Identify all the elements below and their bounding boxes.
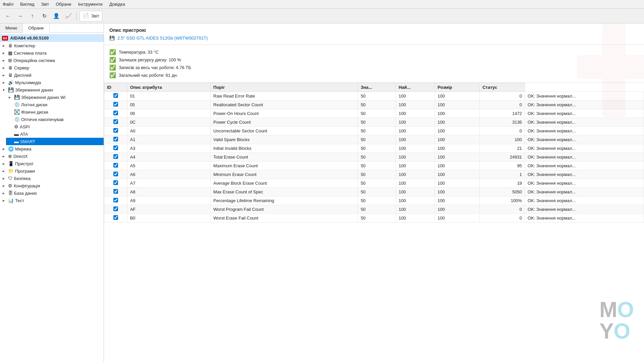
- cell-threshold: 50: [358, 92, 396, 101]
- chevron-right-icon: ►: [2, 155, 7, 158]
- sidebar-item-display[interactable]: ► 🖥 Дисплей: [0, 71, 104, 79]
- table-row[interactable]: AFWorst Program Fail Count501001000OK: З…: [104, 205, 644, 214]
- sidebar-item-devices[interactable]: ► 📱 Пристрої: [0, 160, 104, 167]
- sidebar-item-server[interactable]: ► 🖥 Сервер: [0, 64, 104, 71]
- cell-threshold: 50: [358, 179, 396, 188]
- report-button[interactable]: 📄 Звіт: [79, 11, 102, 21]
- row-checkbox[interactable]: [113, 111, 118, 115]
- row-checkbox[interactable]: [113, 102, 118, 107]
- menu-tools[interactable]: Інструменти: [78, 2, 103, 7]
- table-row[interactable]: A7Average Block Erase Count5010010019OK:…: [104, 179, 644, 188]
- cell-desc: Worst Program Fail Count: [211, 205, 358, 214]
- table-row[interactable]: 0CPower Cycle Count501001003136OK: Значе…: [104, 118, 644, 127]
- refresh-button[interactable]: ↻: [39, 11, 50, 21]
- chart-button[interactable]: 📈: [63, 11, 74, 21]
- disk-icon: 💾: [109, 36, 115, 41]
- storage-icon: 💾: [8, 87, 14, 93]
- table-row[interactable]: 09Power-On Hours Count501001001472OK: Зн…: [104, 109, 644, 118]
- sidebar-item-physical[interactable]: ► 💽 Фізичні диски: [6, 108, 104, 116]
- status-resource-text: Залишок ресурсу диску: 100 %: [119, 57, 181, 62]
- sidebar-item-storage-wi[interactable]: ► 💾 Збереження даних Wi: [6, 94, 104, 101]
- cell-threshold: 50: [358, 153, 396, 162]
- tree-root: 64 AIDA64 v6.00.5100 ► 🖥 Комп'ютер ► ▦ С…: [0, 33, 104, 205]
- row-checkbox[interactable]: [113, 163, 118, 168]
- row-checkbox[interactable]: [113, 172, 118, 176]
- table-row[interactable]: A4Total Erase Count5010010024931OK: Знач…: [104, 153, 644, 162]
- user-button[interactable]: 👤: [51, 11, 62, 21]
- tab-menu[interactable]: Меню: [0, 23, 23, 33]
- sidebar-item-aspi[interactable]: ► ⚙ ASPI: [6, 123, 104, 130]
- sidebar-item-smart[interactable]: ► ▬ SMART: [6, 138, 104, 145]
- row-checkbox[interactable]: [113, 154, 118, 159]
- sidebar-item-storage[interactable]: ▼ 💾 Збереження даних: [0, 86, 104, 94]
- menu-file[interactable]: Файл: [3, 2, 13, 7]
- back-button[interactable]: ←: [3, 11, 13, 21]
- programs-icon: 📁: [8, 168, 14, 174]
- sidebar-item-directx[interactable]: ► ⊗ DirectX: [0, 153, 104, 160]
- security-label: Безпека: [14, 176, 31, 181]
- sidebar-item-logical[interactable]: ► 💿 Логічні диски: [6, 101, 104, 108]
- cell-raw: 0: [480, 214, 525, 223]
- row-checkbox[interactable]: [113, 198, 118, 202]
- row-checkbox[interactable]: [113, 119, 118, 124]
- cell-worst: 100: [435, 118, 480, 127]
- sidebar-item-os[interactable]: ► ⊞ Операційна система: [0, 57, 104, 64]
- table-row[interactable]: A9Percentage Lifetime Remaining501001001…: [104, 196, 644, 205]
- cell-worst: 100: [435, 92, 480, 101]
- table-row[interactable]: 05Reallocated Sector Count501001000OK: З…: [104, 101, 644, 109]
- table-row[interactable]: A0Uncorrectable Sector Count501001000OK:…: [104, 127, 644, 135]
- cell-id: A8: [127, 188, 210, 196]
- cell-worst: 100: [435, 170, 480, 179]
- menu-help[interactable]: Довідка: [109, 2, 125, 7]
- row-checkbox[interactable]: [113, 215, 118, 220]
- table-row[interactable]: A5Maximum Erase Count5010010095OK: Значе…: [104, 162, 644, 170]
- cell-status: OK: Значення нормал...: [525, 135, 644, 144]
- ata-icon: ▬: [14, 131, 19, 137]
- tab-favorites[interactable]: Обране: [23, 23, 49, 33]
- sidebar-item-computer[interactable]: ► 🖥 Комп'ютер: [0, 42, 104, 49]
- menu-view[interactable]: Вигляд: [20, 2, 35, 7]
- row-checkbox[interactable]: [113, 180, 118, 185]
- row-checkbox[interactable]: [113, 189, 118, 194]
- menu-favorites[interactable]: Обране: [56, 2, 71, 7]
- sidebar-item-multimedia[interactable]: ► 🔊 Мультимедіа: [0, 79, 104, 86]
- cell-worst: 100: [435, 179, 480, 188]
- chevron-right-icon: ►: [2, 73, 7, 77]
- table-row[interactable]: A1Valid Spare Blocks50100100100OK: Значе…: [104, 135, 644, 144]
- logical-icon: 💿: [14, 102, 20, 107]
- cell-desc: Uncorrectable Sector Count: [211, 127, 358, 135]
- menu-report[interactable]: Звіт: [41, 2, 49, 7]
- table-row[interactable]: B0Worst Erase Fail Count501001000OK: Зна…: [104, 214, 644, 223]
- sidebar-item-ata[interactable]: ► ▬ ATA: [6, 130, 104, 138]
- up-button[interactable]: ↑: [27, 11, 38, 21]
- optical-label: Оптичні накопичував: [21, 117, 64, 122]
- table-row[interactable]: A8Max Erase Count of Spec501001005050OK:…: [104, 188, 644, 196]
- row-checkbox[interactable]: [113, 137, 118, 141]
- table-row[interactable]: 01Raw Read Error Rate501001000OK: Значен…: [104, 92, 644, 101]
- status-temperature-text: Температура: 33 °C: [119, 50, 159, 55]
- sidebar-item-security[interactable]: ► 🛡 Безпека: [0, 175, 104, 182]
- cell-desc: Maximum Erase Count: [211, 162, 358, 170]
- cell-value: 100: [396, 196, 435, 205]
- row-checkbox[interactable]: [113, 93, 118, 98]
- col-status: Статус: [480, 83, 525, 92]
- cell-desc: Worst Erase Fail Count: [211, 214, 358, 223]
- row-checkbox[interactable]: [113, 206, 118, 211]
- sidebar-item-optical[interactable]: ► 💿 Оптичні накопичував: [6, 116, 104, 123]
- forward-button[interactable]: →: [15, 11, 25, 21]
- sidebar-item-motherboard[interactable]: ► ▦ Системна плата: [0, 49, 104, 57]
- row-checkbox[interactable]: [113, 145, 118, 150]
- sidebar-item-programs[interactable]: ► 📁 Програми: [0, 167, 104, 175]
- sidebar-item-database[interactable]: ► 🗄 База даних: [0, 189, 104, 197]
- app-title-row[interactable]: 64 AIDA64 v6.00.5100: [0, 34, 104, 42]
- sidebar-item-config[interactable]: ► ⚙ Конфігурація: [0, 182, 104, 189]
- sidebar-item-test[interactable]: ► 📊 Тест: [0, 197, 104, 204]
- cell-id: 09: [127, 109, 210, 118]
- table-row[interactable]: A3Initial Invalid Blocks5010010021OK: Зн…: [104, 144, 644, 153]
- row-checkbox[interactable]: [113, 128, 118, 133]
- cell-worst: 100: [435, 162, 480, 170]
- table-row[interactable]: A6Minimum Erase Count501001001OK: Значен…: [104, 170, 644, 179]
- cell-desc: Power-On Hours Count: [211, 109, 358, 118]
- cell-value: 100: [396, 205, 435, 214]
- sidebar-item-network[interactable]: ► 🌐 Мережа: [0, 145, 104, 153]
